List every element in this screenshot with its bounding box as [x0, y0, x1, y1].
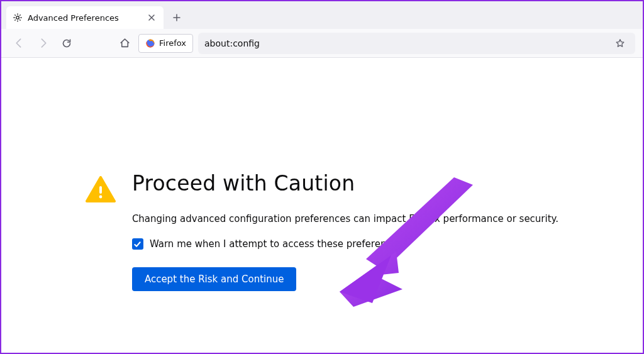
tab-title: Advanced Preferences [28, 13, 141, 23]
url-bar[interactable]: about:config [198, 33, 635, 54]
home-button[interactable] [114, 33, 135, 53]
svg-rect-2 [99, 186, 102, 194]
urlbar-container: Firefox about:config [138, 33, 635, 54]
warn-again-checkbox-row[interactable]: Warn me when I attempt to access these p… [132, 238, 558, 250]
url-text: about:config [204, 38, 606, 48]
settings-gear-icon [13, 13, 23, 23]
firefox-icon [145, 38, 155, 48]
warning-description: Changing advanced configuration preferen… [132, 213, 558, 224]
svg-point-0 [16, 16, 19, 19]
svg-point-3 [99, 196, 102, 199]
warning-body: Proceed with Caution Changing advanced c… [132, 171, 558, 291]
bookmark-star-button[interactable] [611, 35, 629, 52]
checkbox-checked-icon[interactable] [132, 238, 143, 250]
close-tab-button[interactable] [146, 12, 157, 23]
browser-tab[interactable]: Advanced Preferences [6, 6, 164, 29]
identity-label: Firefox [159, 38, 186, 48]
checkbox-label: Warn me when I attempt to access these p… [150, 238, 402, 250]
identity-box[interactable]: Firefox [138, 34, 193, 53]
forward-button[interactable] [33, 33, 53, 53]
page-content: Proceed with Caution Changing advanced c… [1, 58, 643, 291]
navigation-toolbar: Firefox about:config [1, 29, 643, 58]
reload-button[interactable] [57, 33, 77, 53]
about-config-warning: Proceed with Caution Changing advanced c… [86, 171, 558, 291]
warning-triangle-icon [86, 175, 116, 205]
back-button[interactable] [9, 33, 29, 53]
new-tab-button[interactable] [167, 8, 186, 27]
tab-strip: Advanced Preferences [1, 1, 643, 29]
warning-title: Proceed with Caution [132, 171, 558, 196]
accept-risk-button[interactable]: Accept the Risk and Continue [132, 267, 297, 291]
